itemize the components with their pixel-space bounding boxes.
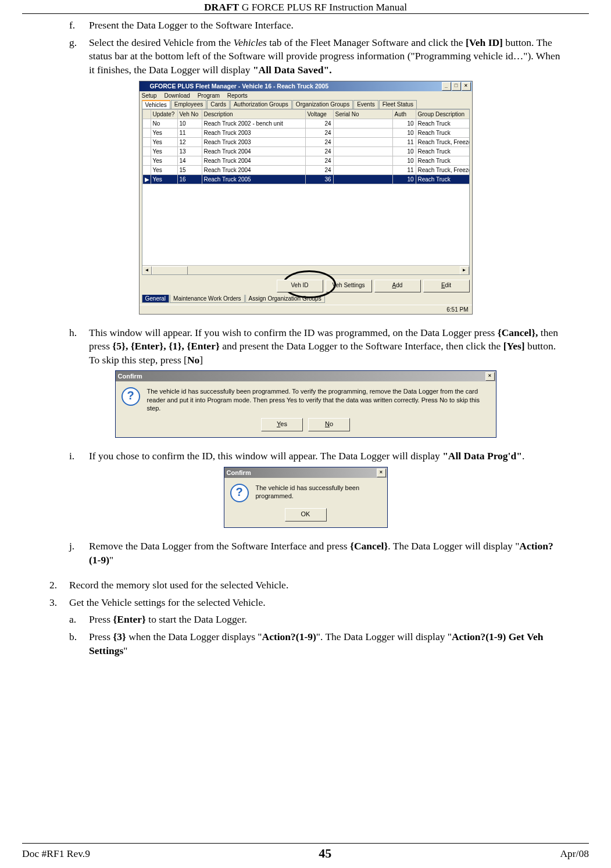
- tab-fleet-status[interactable]: Fleet Status: [379, 100, 417, 109]
- col-header[interactable]: Update?: [151, 109, 177, 119]
- question-icon: ?: [122, 387, 140, 406]
- tab-events[interactable]: Events: [353, 100, 378, 109]
- dlg1-close-button[interactable]: ×: [485, 372, 495, 381]
- step-f: f. Present the Data Logger to the Softwa…: [69, 19, 562, 33]
- menu-setup[interactable]: Setup: [142, 92, 157, 99]
- marker-2: 2.: [49, 578, 69, 592]
- marker-f: f.: [69, 19, 89, 33]
- step-h: h. This window will appear. If you wish …: [69, 326, 562, 367]
- footer-page: 45: [319, 846, 331, 861]
- tab-org-groups[interactable]: Organization Groups: [292, 100, 353, 109]
- scroll-thumb[interactable]: [152, 266, 188, 275]
- col-header[interactable]: Group Description: [416, 109, 470, 119]
- veh-id-button[interactable]: Veh ID: [277, 280, 323, 292]
- body-2: Record the memory slot used for the sele…: [69, 578, 562, 592]
- col-header[interactable]: Description: [202, 109, 305, 119]
- marker-i: i.: [69, 449, 89, 463]
- marker-3: 3.: [49, 596, 69, 610]
- step-3: 3. Get the Vehicle settings for the sele…: [49, 596, 562, 610]
- col-header[interactable]: Voltage: [305, 109, 333, 119]
- veh-settings-button[interactable]: Veh Settings: [326, 280, 372, 292]
- menu-bar[interactable]: Setup Download Program Reports: [140, 91, 472, 100]
- menu-download[interactable]: Download: [164, 92, 190, 99]
- table-row[interactable]: Yes12Reach Truck 20032411Reach Truck, Fr…: [142, 137, 470, 147]
- dlg1-no-button[interactable]: No: [308, 418, 350, 431]
- draft-label: DRAFT: [204, 1, 239, 13]
- dlg2-message: The vehicle id has successfully been pro…: [256, 484, 379, 501]
- edit-button[interactable]: Edit: [423, 280, 470, 292]
- btab-assign-org[interactable]: Assign Organization Groups: [245, 295, 325, 303]
- table-row[interactable]: ▶Yes16Reach Truck 20053610Reach Truck0.9…: [142, 174, 470, 184]
- marker-3b: b.: [69, 630, 89, 658]
- dlg2-title-text: Confirm: [227, 469, 251, 476]
- dlg1-yes-button[interactable]: Yes: [261, 418, 303, 431]
- body-3a: Press {Enter} to start the Data Logger.: [89, 613, 562, 627]
- menu-reports[interactable]: Reports: [227, 92, 248, 99]
- vehicle-grid[interactable]: Update?Veh NoDescriptionVoltageSerial No…: [142, 109, 470, 275]
- step-j: j. Remove the Data Logger from the Softw…: [69, 540, 562, 567]
- header-title: G FORCE PLUS RF Instruction Manual: [239, 1, 407, 13]
- step-2: 2. Record the memory slot used for the s…: [49, 578, 562, 592]
- maximize-button[interactable]: □: [452, 82, 461, 91]
- dlg1-title-text: Confirm: [118, 373, 142, 380]
- col-header[interactable]: Auth: [392, 109, 416, 119]
- body-i: If you chose to confirm the ID, this win…: [89, 449, 562, 463]
- body-f: Present the Data Logger to the Software …: [89, 19, 562, 33]
- tab-employees[interactable]: Employees: [171, 100, 206, 109]
- scroll-left-icon[interactable]: ◄: [142, 266, 152, 275]
- page-header: DRAFT G FORCE PLUS RF Instruction Manual: [22, 0, 589, 14]
- bottom-tabs: General Maintenance Work Orders Assign O…: [140, 295, 472, 305]
- horizontal-scrollbar[interactable]: ◄ ►: [142, 265, 469, 274]
- step-3b: b. Press {3} when the Data Logger displa…: [69, 630, 562, 658]
- page-footer: Doc #RF1 Rev.9 45 Apr/08: [22, 843, 589, 861]
- footer-date: Apr/08: [560, 848, 589, 860]
- window-title-text: GFORCE PLUS Fleet Manager - Vehicle 16 -…: [150, 83, 329, 90]
- main-tabs: Vehicles Employees Cards Authorization G…: [140, 100, 472, 109]
- step-i: i. If you chose to confirm the ID, this …: [69, 449, 562, 463]
- tab-vehicles[interactable]: Vehicles: [142, 100, 170, 109]
- table-row[interactable]: Yes15Reach Truck 20042411Reach Truck, Fr…: [142, 165, 470, 174]
- step-g: g. Select the desired Vehicle from the V…: [69, 36, 562, 77]
- table-row[interactable]: Yes11Reach Truck 20032410Reach Truck0.90…: [142, 128, 470, 137]
- marker-j: j.: [69, 540, 89, 567]
- body-3: Get the Vehicle settings for the selecte…: [69, 596, 562, 610]
- col-header[interactable]: Serial No: [333, 109, 392, 119]
- footer-doc: Doc #RF1 Rev.9: [22, 848, 90, 860]
- tab-cards[interactable]: Cards: [207, 100, 230, 109]
- confirm-dialog-verify: Confirm × ? The vehicle id has successfu…: [115, 370, 496, 438]
- dlg1-message: The vehicle id has successfully been pro…: [147, 387, 488, 412]
- body-h: This window will appear. If you wish to …: [89, 326, 562, 367]
- close-button[interactable]: ×: [462, 82, 471, 91]
- confirm-dialog-ok: Confirm × ? The vehicle id has successfu…: [224, 467, 388, 528]
- col-header[interactable]: [142, 109, 151, 119]
- table-row[interactable]: Yes14Reach Truck 20042410Reach Truck0.90…: [142, 156, 470, 165]
- btab-maint[interactable]: Maintenance Work Orders: [170, 295, 245, 303]
- marker-3a: a.: [69, 613, 89, 627]
- window-titlebar[interactable]: GFORCE PLUS Fleet Manager - Vehicle 16 -…: [140, 81, 472, 91]
- body-g: Select the desired Vehicle from the Vehi…: [89, 36, 562, 77]
- body-3b: Press {3} when the Data Logger displays …: [89, 630, 562, 658]
- table-row[interactable]: No10Reach Truck 2002 - bench unit2410Rea…: [142, 119, 470, 128]
- add-button[interactable]: Add: [374, 280, 421, 292]
- btab-general[interactable]: General: [142, 295, 170, 303]
- dlg2-ok-button[interactable]: OK: [285, 508, 327, 521]
- status-time: 6:51 PM: [446, 306, 468, 313]
- scroll-right-icon[interactable]: ►: [460, 266, 469, 275]
- col-header[interactable]: Veh No: [177, 109, 202, 119]
- dlg2-close-button[interactable]: ×: [377, 469, 386, 477]
- step-3a: a. Press {Enter} to start the Data Logge…: [69, 613, 562, 627]
- marker-h: h.: [69, 326, 89, 367]
- body-j: Remove the Data Logger from the Software…: [89, 540, 562, 567]
- fleet-manager-window: GFORCE PLUS Fleet Manager - Vehicle 16 -…: [139, 81, 473, 315]
- marker-g: g.: [69, 36, 89, 77]
- dlg2-titlebar[interactable]: Confirm ×: [224, 467, 387, 478]
- minimize-button[interactable]: _: [442, 82, 451, 91]
- tab-auth-groups[interactable]: Authorization Groups: [230, 100, 292, 109]
- status-bar: 6:51 PM: [140, 305, 472, 314]
- menu-program[interactable]: Program: [198, 92, 220, 99]
- question-icon-2: ?: [230, 484, 249, 502]
- dlg1-titlebar[interactable]: Confirm ×: [116, 371, 496, 381]
- table-row[interactable]: Yes13Reach Truck 20042410Reach Truck0.90…: [142, 147, 470, 156]
